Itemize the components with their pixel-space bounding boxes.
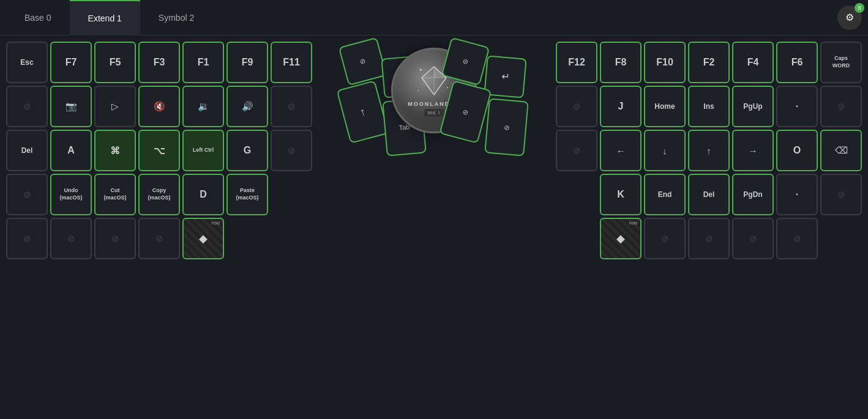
key-copy[interactable]: Copy(macOS) bbox=[138, 174, 180, 215]
key-l5c3[interactable]: ⊘ bbox=[94, 218, 136, 259]
right-row-3: ⊘ ← ↓ ↑ → O ⌫ bbox=[556, 130, 862, 171]
key-paste[interactable]: Paste(macOS) bbox=[226, 174, 268, 215]
left-thumb-cluster: ⊘ ⊘ ↑ Tab bbox=[315, 35, 400, 152]
right-row-4: K End Del PgDn · ⊘ bbox=[556, 174, 862, 215]
key-alt[interactable]: ⌥ bbox=[138, 130, 180, 171]
right-keyboard-section: F12 F8 F10 F2 F4 F6 CapsWORD ⊘ J Home In… bbox=[556, 42, 862, 262]
svg-text:✦: ✦ bbox=[417, 89, 419, 92]
right-row-5: hold ◆ ⊘ ⊘ ⊘ ⊘ bbox=[556, 218, 862, 259]
right-thumb-cluster: ⊘ ↵ ⊘ ⊘ bbox=[468, 35, 553, 152]
key-r4c7[interactable]: ⊘ bbox=[820, 174, 862, 215]
left-row-3: Del A ⌘ ⌥ Left Ctrl G ⊘ bbox=[6, 130, 312, 171]
key-undo[interactable]: Undo(macOS) bbox=[50, 174, 92, 215]
left-keyboard-section: Esc F7 F5 F3 F1 F9 F11 ⊘ 📷 ▷ 🔇 🔉 🔊 ⊘ Del… bbox=[6, 42, 312, 262]
key-layer-hold[interactable]: hold ◆ bbox=[182, 218, 224, 259]
svg-text:✦: ✦ bbox=[419, 67, 423, 73]
key-l4c1[interactable]: ⊘ bbox=[6, 174, 48, 215]
key-r-layer-hold[interactable]: hold ◆ bbox=[600, 218, 642, 259]
key-f5[interactable]: F5 bbox=[94, 42, 136, 83]
key-r5c4[interactable]: ⊘ bbox=[688, 218, 730, 259]
key-vol-down[interactable]: 🔉 bbox=[182, 86, 224, 127]
key-pgup[interactable]: PgUp bbox=[732, 86, 774, 127]
key-caps-word[interactable]: CapsWORD bbox=[820, 42, 862, 83]
settings-button[interactable]: ⚙ 8 bbox=[837, 6, 862, 30]
key-up[interactable]: ↑ bbox=[688, 130, 730, 171]
key-vol-up[interactable]: 🔊 bbox=[226, 86, 268, 127]
right-row-2: ⊘ J Home Ins PgUp · ⊘ bbox=[556, 86, 862, 127]
key-f9[interactable]: F9 bbox=[226, 42, 268, 83]
key-d[interactable]: D bbox=[182, 174, 224, 215]
right-row-1: F12 F8 F10 F2 F4 F6 CapsWORD bbox=[556, 42, 862, 83]
tab-bar: Base 0 Extend 1 Symbol 2 ⚙ 8 bbox=[0, 0, 868, 35]
key-left-ctrl[interactable]: Left Ctrl bbox=[182, 130, 224, 171]
logo-sub: MK I bbox=[424, 109, 444, 117]
key-l5c1[interactable]: ⊘ bbox=[6, 218, 48, 259]
key-f7[interactable]: F7 bbox=[50, 42, 92, 83]
key-backspace[interactable]: ⌫ bbox=[820, 130, 862, 171]
key-ins[interactable]: Ins bbox=[688, 86, 730, 127]
left-row-5: ⊘ ⊘ ⊘ ⊘ hold ◆ bbox=[6, 218, 312, 259]
key-f1[interactable]: F1 bbox=[182, 42, 224, 83]
thumb-key-l1[interactable]: ⊘ bbox=[339, 37, 387, 86]
key-f8[interactable]: F8 bbox=[600, 42, 642, 83]
left-row-4: ⊘ Undo(macOS) Cut(macOS) Copy(macOS) D P… bbox=[6, 174, 312, 215]
key-r-del[interactable]: Del bbox=[688, 174, 730, 215]
key-down[interactable]: ↓ bbox=[644, 130, 686, 171]
left-row-1: Esc F7 F5 F3 F1 F9 F11 bbox=[6, 42, 312, 83]
key-right[interactable]: → bbox=[732, 130, 774, 171]
tab-base[interactable]: Base 0 bbox=[6, 0, 70, 35]
thumb-key-r4[interactable]: ⊘ bbox=[484, 98, 529, 156]
tab-symbol-label: Symbol 2 bbox=[159, 13, 194, 23]
key-r4c6[interactable]: · bbox=[776, 174, 818, 215]
key-a[interactable]: A bbox=[50, 130, 92, 171]
key-dot[interactable]: · bbox=[776, 86, 818, 127]
key-l5c4[interactable]: ⊘ bbox=[138, 218, 180, 259]
key-r2c7[interactable]: ⊘ bbox=[820, 86, 862, 127]
key-l3c7[interactable]: ⊘ bbox=[271, 130, 312, 171]
settings-badge: 8 bbox=[855, 3, 864, 13]
key-end[interactable]: End bbox=[644, 174, 686, 215]
tab-symbol[interactable]: Symbol 2 bbox=[140, 0, 212, 35]
thumb-key-l3[interactable]: ↑ bbox=[336, 80, 389, 144]
key-cut[interactable]: Cut(macOS) bbox=[94, 174, 136, 215]
key-f2[interactable]: F2 bbox=[688, 42, 730, 83]
key-r3c1[interactable]: ⊘ bbox=[556, 130, 597, 171]
svg-text:✦: ✦ bbox=[446, 86, 449, 89]
key-g[interactable]: G bbox=[226, 130, 268, 171]
key-l5c2[interactable]: ⊘ bbox=[50, 218, 92, 259]
key-play[interactable]: ▷ bbox=[94, 86, 136, 127]
key-f11[interactable]: F11 bbox=[271, 42, 312, 83]
key-r5c3[interactable]: ⊘ bbox=[644, 218, 686, 259]
key-cmd[interactable]: ⌘ bbox=[94, 130, 136, 171]
key-k[interactable]: K bbox=[600, 174, 642, 215]
key-f10[interactable]: F10 bbox=[644, 42, 686, 83]
tab-extend-label: Extend 1 bbox=[88, 13, 122, 23]
left-row-2: ⊘ 📷 ▷ 🔇 🔉 🔊 ⊘ bbox=[6, 86, 312, 127]
key-mute[interactable]: 🔇 bbox=[138, 86, 180, 127]
tab-extend[interactable]: Extend 1 bbox=[70, 0, 140, 35]
key-left[interactable]: ← bbox=[600, 130, 642, 171]
key-r2c1[interactable]: ⊘ bbox=[556, 86, 597, 127]
key-r5c5[interactable]: ⊘ bbox=[732, 218, 774, 259]
key-pgdn[interactable]: PgDn bbox=[732, 174, 774, 215]
keyboard-layout: Esc F7 F5 F3 F1 F9 F11 ⊘ 📷 ▷ 🔇 🔉 🔊 ⊘ Del… bbox=[0, 35, 868, 268]
key-home[interactable]: Home bbox=[644, 86, 686, 127]
tab-base-label: Base 0 bbox=[24, 13, 51, 23]
key-r5c6[interactable]: ⊘ bbox=[776, 218, 818, 259]
key-o[interactable]: O bbox=[776, 130, 818, 171]
key-del[interactable]: Del bbox=[6, 130, 48, 171]
key-f4[interactable]: F4 bbox=[732, 42, 774, 83]
key-f12[interactable]: F12 bbox=[556, 42, 597, 83]
key-screenshot[interactable]: 📷 bbox=[50, 86, 92, 127]
key-j[interactable]: J bbox=[600, 86, 642, 127]
key-f6[interactable]: F6 bbox=[776, 42, 818, 83]
key-l2c1[interactable]: ⊘ bbox=[6, 86, 48, 127]
key-l2c7[interactable]: ⊘ bbox=[271, 86, 312, 127]
key-esc[interactable]: Esc bbox=[6, 42, 48, 83]
key-f3[interactable]: F3 bbox=[138, 42, 180, 83]
